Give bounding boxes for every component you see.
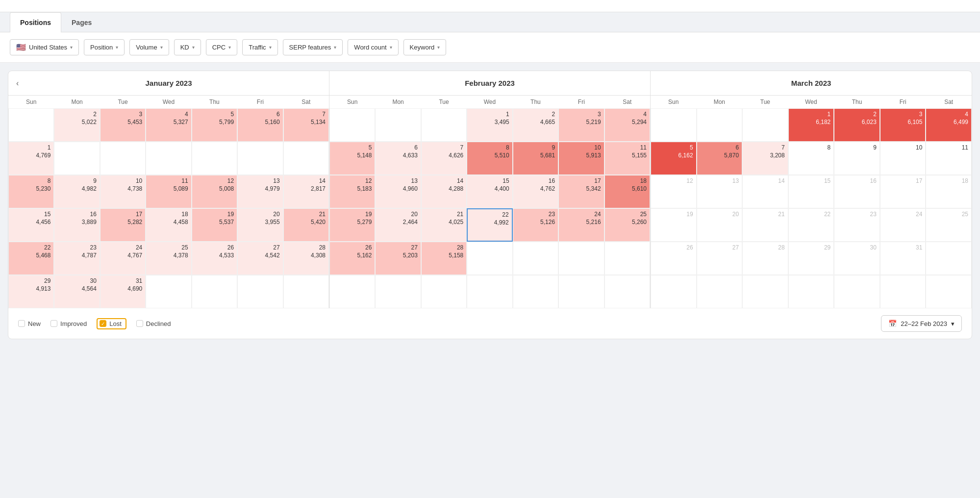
improved-checkbox[interactable]	[50, 320, 57, 327]
day-cell[interactable]: 65,160	[237, 108, 283, 142]
day-cell[interactable]: 185,610	[604, 175, 650, 208]
day-cell[interactable]: 104,738	[100, 175, 146, 208]
day-cell[interactable]: 184,458	[146, 208, 191, 242]
day-cell[interactable]: 14,769	[8, 142, 54, 175]
filter-cpc[interactable]: CPC ▾	[206, 39, 237, 55]
day-cell[interactable]: 115,089	[146, 175, 191, 208]
day-cell[interactable]: 142,817	[283, 175, 329, 208]
day-cell[interactable]: 45,294	[604, 108, 650, 142]
day-cell[interactable]: 35,219	[558, 108, 604, 142]
day-cell[interactable]: 55,799	[192, 108, 237, 142]
date-range-button[interactable]: 📅 22–22 Feb 2023 ▾	[881, 315, 962, 332]
day-cell[interactable]: 10	[880, 142, 926, 175]
day-cell[interactable]: 29	[788, 242, 834, 275]
day-cell[interactable]: 214,025	[421, 208, 467, 242]
legend-new[interactable]: New	[18, 320, 41, 327]
day-cell[interactable]: 144,288	[421, 175, 467, 208]
day-cell[interactable]: 225,468	[8, 242, 54, 275]
day-cell[interactable]: 195,279	[329, 208, 375, 242]
legend-lost[interactable]: Lost	[97, 318, 126, 329]
day-cell[interactable]: 46,499	[926, 108, 972, 142]
day-cell[interactable]: 45,327	[146, 108, 191, 142]
day-cell[interactable]: 16	[834, 175, 880, 208]
day-cell[interactable]: 74,626	[421, 142, 467, 175]
day-cell[interactable]: 24	[880, 208, 926, 242]
day-cell[interactable]: 134,979	[237, 175, 283, 208]
day-cell[interactable]: 163,889	[54, 208, 100, 242]
day-cell[interactable]: 294,913	[8, 275, 54, 308]
filter-country[interactable]: 🇺🇸 United States ▾	[10, 39, 79, 55]
day-cell[interactable]: 125,183	[329, 175, 375, 208]
day-cell[interactable]: 31	[880, 242, 926, 275]
legend-declined[interactable]: Declined	[136, 320, 171, 327]
day-cell[interactable]: 8	[788, 142, 834, 175]
day-cell[interactable]: 73,208	[742, 142, 788, 175]
day-cell[interactable]: 20	[697, 208, 743, 242]
filter-traffic[interactable]: Traffic ▾	[242, 39, 277, 55]
filter-wordcount[interactable]: Word count ▾	[348, 39, 398, 55]
day-cell[interactable]: 274,542	[237, 242, 283, 275]
day-cell[interactable]: 85,510	[467, 142, 512, 175]
day-cell[interactable]: 18	[926, 175, 972, 208]
day-cell[interactable]: 56,162	[651, 142, 697, 175]
day-cell[interactable]: 275,203	[375, 242, 421, 275]
new-checkbox[interactable]	[18, 320, 25, 327]
tab-pages[interactable]: Pages	[61, 12, 102, 32]
filter-kd[interactable]: KD ▾	[174, 39, 201, 55]
day-cell[interactable]: 304,564	[54, 275, 100, 308]
day-cell[interactable]: 24,665	[513, 108, 558, 142]
legend-improved[interactable]: Improved	[50, 320, 87, 327]
filter-serp[interactable]: SERP features ▾	[283, 39, 343, 55]
day-cell[interactable]: 64,633	[375, 142, 421, 175]
day-cell[interactable]: 26,023	[834, 108, 880, 142]
day-cell[interactable]: 21	[742, 208, 788, 242]
day-cell[interactable]: 30	[834, 242, 880, 275]
day-cell[interactable]: 25,022	[54, 108, 100, 142]
day-cell[interactable]: 154,400	[467, 175, 512, 208]
day-cell[interactable]: 75,134	[283, 108, 329, 142]
day-cell[interactable]: 134,960	[375, 175, 421, 208]
day-cell[interactable]: 175,282	[100, 208, 146, 242]
lost-checkbox[interactable]	[100, 320, 106, 327]
day-cell[interactable]: 35,453	[100, 108, 146, 142]
day-cell[interactable]: 245,216	[558, 208, 604, 242]
filter-position[interactable]: Position ▾	[84, 39, 125, 55]
day-cell[interactable]: 235,126	[513, 208, 558, 242]
day-cell[interactable]: 55,148	[329, 142, 375, 175]
day-cell[interactable]: 23	[834, 208, 880, 242]
day-cell[interactable]: 12	[651, 175, 697, 208]
day-cell[interactable]: 285,158	[421, 242, 467, 275]
day-cell[interactable]: 13	[697, 175, 743, 208]
day-cell[interactable]: 215,420	[283, 208, 329, 242]
day-cell[interactable]: 22	[788, 208, 834, 242]
day-cell[interactable]: 244,767	[100, 242, 146, 275]
day-cell[interactable]: 254,378	[146, 242, 191, 275]
day-cell[interactable]: 25	[926, 208, 972, 242]
day-cell[interactable]: 314,690	[100, 275, 146, 308]
day-cell[interactable]: 11	[926, 142, 972, 175]
declined-checkbox[interactable]	[136, 320, 143, 327]
tab-positions[interactable]: Positions	[10, 12, 61, 32]
day-cell[interactable]: 154,456	[8, 208, 54, 242]
day-cell[interactable]: 195,537	[192, 208, 237, 242]
day-cell[interactable]: 95,681	[513, 142, 558, 175]
day-cell[interactable]: 13,495	[467, 108, 512, 142]
day-cell[interactable]: 26	[651, 242, 697, 275]
day-cell[interactable]: 27	[697, 242, 743, 275]
prev-month-button[interactable]: ‹	[16, 79, 19, 88]
day-cell[interactable]: 85,230	[8, 175, 54, 208]
day-cell[interactable]: 115,155	[604, 142, 650, 175]
day-cell[interactable]: 94,982	[54, 175, 100, 208]
day-cell[interactable]: 202,464	[375, 208, 421, 242]
day-cell[interactable]: 17	[880, 175, 926, 208]
filter-volume[interactable]: Volume ▾	[129, 39, 169, 55]
day-cell[interactable]: 264,533	[192, 242, 237, 275]
day-cell[interactable]: 36,105	[880, 108, 926, 142]
day-cell[interactable]: 224,992	[467, 208, 512, 242]
day-cell[interactable]: 9	[834, 142, 880, 175]
day-cell[interactable]: 15	[788, 175, 834, 208]
day-cell[interactable]: 164,762	[513, 175, 558, 208]
day-cell[interactable]: 125,008	[192, 175, 237, 208]
day-cell[interactable]: 234,787	[54, 242, 100, 275]
day-cell[interactable]: 105,913	[558, 142, 604, 175]
